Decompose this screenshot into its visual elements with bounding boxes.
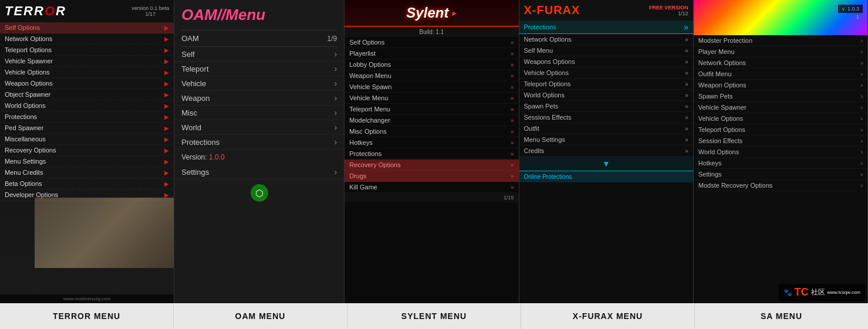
sylent-item-3[interactable]: Weapon Menu » bbox=[345, 70, 518, 82]
oam-page: 1/9 bbox=[327, 35, 337, 43]
sa-arrow-9: › bbox=[861, 138, 863, 144]
sa-title-area: v: 1.0.3 1 bbox=[838, 5, 863, 21]
terror-menu-item-7[interactable]: World Options ▶ bbox=[0, 100, 174, 111]
sa-item-5[interactable]: Spawn Pets › bbox=[694, 91, 867, 102]
panel-terror: TERROR version 0.1 beta 1/17 Self Option… bbox=[0, 0, 174, 303]
sylent-item-13[interactable]: Kill Game » bbox=[345, 182, 518, 193]
xfurax-logo: X-FURAX bbox=[524, 4, 580, 17]
sa-item-8[interactable]: Teleport Options › bbox=[694, 124, 867, 135]
oam-version: Version: 1.0.0 bbox=[174, 150, 344, 165]
oam-item-settings[interactable]: Settings › bbox=[174, 165, 344, 179]
xfurax-item-3[interactable]: Vehicle Options » bbox=[519, 67, 693, 79]
sa-item-6[interactable]: Vehicle Spawner › bbox=[694, 102, 867, 113]
sylent-item-7[interactable]: Modelchanger » bbox=[345, 115, 518, 126]
terror-menu-item-5[interactable]: Weapon Options ▶ bbox=[0, 78, 174, 89]
xfurax-arrow-7: » bbox=[685, 114, 688, 121]
xfurax-item-0[interactable]: Network Options » bbox=[519, 34, 693, 45]
sa-page: 1 bbox=[838, 13, 863, 21]
sylent-item-2[interactable]: Lobby Options » bbox=[345, 59, 518, 70]
sylent-page: 1/15 bbox=[345, 193, 518, 202]
tc-logo: 🐾 TC 社区 www.tcsqw.com bbox=[779, 284, 865, 301]
sa-item-2[interactable]: Network Options › bbox=[694, 57, 867, 69]
terror-arrow-11: ▶ bbox=[164, 147, 169, 154]
terror-menu-item-11[interactable]: Recovery Options ▶ bbox=[0, 145, 174, 156]
sa-item-4[interactable]: Weapon Options › bbox=[694, 80, 867, 91]
xfurax-submenu[interactable]: Protections » bbox=[519, 21, 693, 34]
terror-menu-item-6[interactable]: Object Spawner ▶ bbox=[0, 89, 174, 100]
terror-menu-item-1[interactable]: Network Options ▶ bbox=[0, 33, 174, 45]
sylent-arrow-12: » bbox=[511, 173, 514, 179]
terror-menu-item-13[interactable]: Menu Credits ▶ bbox=[0, 167, 174, 178]
oam-item-self[interactable]: Self › bbox=[174, 47, 344, 62]
sylent-arrow-0: » bbox=[511, 39, 514, 46]
sylent-item-8[interactable]: Misc Options » bbox=[345, 126, 518, 137]
terror-menu-item-3[interactable]: Vehicle Spawner ▶ bbox=[0, 56, 174, 67]
terror-menu-item-14[interactable]: Beta Options ▶ bbox=[0, 178, 174, 189]
xfurax-item-6[interactable]: Spawn Pets » bbox=[519, 101, 693, 112]
xfurax-item-8[interactable]: Outfit » bbox=[519, 123, 693, 134]
xfurax-item-5[interactable]: World Options » bbox=[519, 90, 693, 101]
sa-arrow-2: › bbox=[861, 60, 863, 66]
xfurax-submenu-arrow: » bbox=[684, 22, 688, 32]
sa-arrow-6: › bbox=[861, 104, 863, 111]
sylent-item-5[interactable]: Vehicle Menu » bbox=[345, 93, 518, 104]
sa-item-1[interactable]: Player Menu › bbox=[694, 46, 867, 57]
sylent-item-6[interactable]: Teleport Menu » bbox=[345, 104, 518, 115]
sylent-item-9[interactable]: Hotkeys » bbox=[345, 137, 518, 148]
sylent-item-12[interactable]: Drugs » bbox=[345, 171, 518, 182]
oam-item-protections[interactable]: Protections › bbox=[174, 135, 344, 150]
xfurax-scroll-down[interactable]: ▼ bbox=[519, 157, 693, 171]
oam-item-weapon[interactable]: Weapon › bbox=[174, 91, 344, 106]
xfurax-item-9[interactable]: Menu Settings » bbox=[519, 134, 693, 145]
sa-item-0[interactable]: Modster Protection › bbox=[694, 35, 867, 46]
xfurax-item-1[interactable]: Self Menu » bbox=[519, 45, 693, 56]
terror-menu-item-8[interactable]: Protections ▶ bbox=[0, 111, 174, 123]
sa-item-7[interactable]: Vehicle Options › bbox=[694, 113, 867, 124]
sa-item-9[interactable]: Session Effects › bbox=[694, 135, 867, 147]
terror-menu-item-10[interactable]: Miscellaneous ▶ bbox=[0, 134, 174, 145]
sa-item-11[interactable]: Hotkeys › bbox=[694, 158, 867, 169]
sylent-item-10[interactable]: Protections » bbox=[345, 148, 518, 160]
xfurax-item-10[interactable]: Credits » bbox=[519, 145, 693, 157]
oam-item-vehicle[interactable]: Vehicle › bbox=[174, 76, 344, 91]
terror-menu-item-0[interactable]: Self Options ▶ bbox=[0, 22, 174, 33]
xfurax-arrow-2: » bbox=[685, 59, 688, 65]
oam-item-misc[interactable]: Misc › bbox=[174, 106, 344, 120]
terror-menu-item-15[interactable]: Developer Options ▶ bbox=[0, 189, 174, 201]
oam-title: OAM//Menu bbox=[181, 6, 265, 24]
sa-item-10[interactable]: World Options › bbox=[694, 147, 867, 158]
xfurax-item-7[interactable]: Sessions Effects » bbox=[519, 112, 693, 123]
xfurax-arrow-8: » bbox=[685, 126, 688, 132]
xfurax-arrow-5: » bbox=[685, 92, 688, 99]
xfurax-item-2[interactable]: Weapons Options » bbox=[519, 56, 693, 67]
paw-icon: 🐾 bbox=[783, 289, 792, 297]
tc-kanji: 社区 bbox=[811, 287, 825, 297]
sa-arrow-0: › bbox=[861, 38, 863, 44]
sa-footer: 🐾 TC 社区 www.tcsqw.com bbox=[776, 281, 867, 303]
sylent-arrow-6: » bbox=[511, 106, 514, 113]
sa-item-12[interactable]: Settings › bbox=[694, 169, 867, 180]
sa-item-13[interactable]: Modste Recovery Options › bbox=[694, 180, 867, 191]
terror-menu-item-2[interactable]: Teleport Options ▶ bbox=[0, 45, 174, 56]
terror-menu-item-12[interactable]: Menu Settings ▶ bbox=[0, 156, 174, 167]
tc-text: TC bbox=[795, 286, 809, 299]
sylent-item-1[interactable]: Playerlist » bbox=[345, 48, 518, 59]
label-sa: SA MENU bbox=[695, 303, 868, 329]
terror-menu-item-9[interactable]: Ped Spawner ▶ bbox=[0, 123, 174, 134]
sylent-item-0[interactable]: Self Options » bbox=[345, 37, 518, 48]
oam-item-teleport[interactable]: Teleport › bbox=[174, 62, 344, 76]
sylent-build: Build: 1.1 bbox=[345, 27, 518, 37]
terror-arrow-3: ▶ bbox=[164, 58, 169, 65]
sylent-arrow-9: » bbox=[511, 140, 514, 146]
sylent-item-11[interactable]: Recovery Options » bbox=[345, 160, 518, 171]
xfurax-item-4[interactable]: Teleport Options » bbox=[519, 79, 693, 90]
terror-menu: Self Options ▶ Network Options ▶ Telepor… bbox=[0, 22, 174, 294]
panel-xfurax: X-FURAX FREE VERSION 1/12 Protections » … bbox=[519, 0, 694, 303]
oam-item-world[interactable]: World › bbox=[174, 120, 344, 135]
terror-page: 1/17 bbox=[145, 11, 156, 17]
sa-item-3[interactable]: Outfit Menu › bbox=[694, 69, 867, 80]
sylent-item-4[interactable]: Vehicle Spawn » bbox=[345, 82, 518, 93]
xfurax-arrow-3: » bbox=[685, 70, 688, 76]
terror-menu-item-4[interactable]: Vehicle Options ▶ bbox=[0, 67, 174, 78]
sa-arrow-3: › bbox=[861, 71, 863, 77]
